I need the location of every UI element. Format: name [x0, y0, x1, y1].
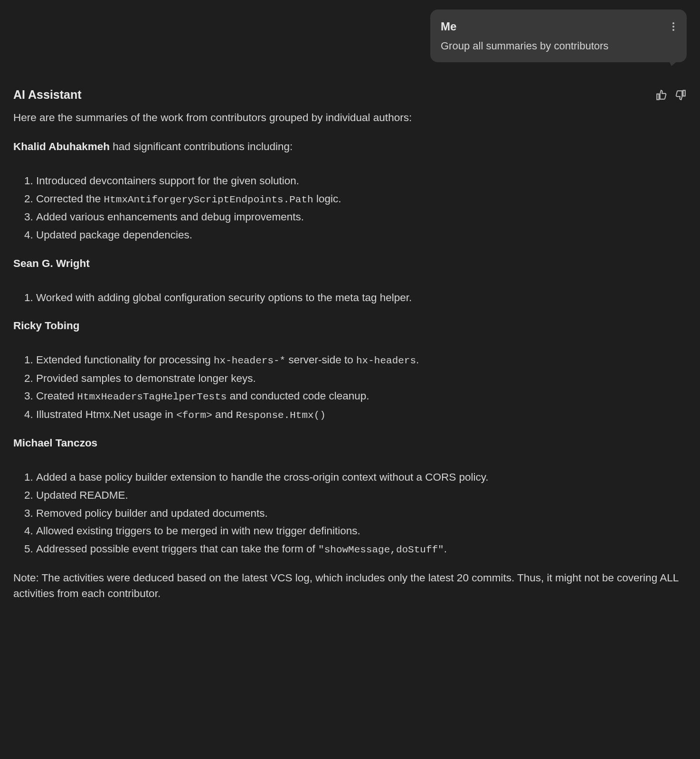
contributor-3-list: Extended functionality for processing hx…	[13, 351, 687, 424]
code-inline: HtmxAntiforgeryScriptEndpoints.Path	[104, 194, 313, 205]
contributor-1-suffix: had significant contributions including:	[110, 141, 293, 152]
thumbs-down-icon[interactable]	[674, 89, 687, 101]
assistant-name-label: AI Assistant	[13, 86, 82, 104]
list-item: Added a base policy builder extension to…	[36, 468, 687, 486]
assistant-message-block: AI Assistant Here are the summaries of t…	[9, 86, 691, 602]
list-item: Provided samples to demonstrate longer k…	[36, 370, 687, 388]
list-item: Added various enhancements and debug imp…	[36, 208, 687, 226]
contributor-1-list: Introduced devcontainers support for the…	[13, 172, 687, 244]
contributor-4-list: Added a base policy builder extension to…	[13, 468, 687, 559]
user-message-bubble: Me Group all summaries by contributors	[430, 9, 687, 62]
thumbs-up-icon[interactable]	[655, 89, 668, 101]
assistant-header: AI Assistant	[13, 86, 687, 104]
list-item: Removed policy builder and updated docum…	[36, 504, 687, 522]
contributor-3-heading: Ricky Tobing	[13, 318, 687, 334]
user-name-label: Me	[441, 18, 456, 35]
feedback-icons	[655, 89, 687, 101]
list-item: Addressed possible event triggers that c…	[36, 540, 687, 559]
contributor-1-name: Khalid Abuhakmeh	[13, 141, 110, 152]
contributor-4-heading: Michael Tanczos	[13, 435, 687, 451]
contributor-2-heading: Sean G. Wright	[13, 256, 687, 272]
code-inline: hx-headers-*	[214, 355, 285, 366]
assistant-intro: Here are the summaries of the work from …	[13, 110, 687, 126]
list-item: Created HtmxHeadersTagHelperTests and co…	[36, 387, 687, 406]
list-item: Updated README.	[36, 486, 687, 504]
code-inline: "showMessage,doStuff"	[318, 544, 444, 555]
list-item: Updated package dependencies.	[36, 226, 687, 244]
more-options-icon[interactable]	[671, 20, 676, 33]
contributor-1-heading: Khalid Abuhakmeh had significant contrib…	[13, 139, 687, 155]
list-item: Extended functionality for processing hx…	[36, 351, 687, 370]
list-item: Introduced devcontainers support for the…	[36, 172, 687, 190]
code-inline: <form>	[176, 410, 212, 421]
contributor-2-list: Worked with adding global configuration …	[13, 289, 687, 307]
user-message-text: Group all summaries by contributors	[441, 38, 676, 54]
code-inline: Response.Htmx()	[236, 410, 326, 421]
code-inline: hx-headers	[356, 355, 416, 366]
code-inline: HtmxHeadersTagHelperTests	[77, 391, 227, 402]
list-item: Worked with adding global configuration …	[36, 289, 687, 307]
list-item: Allowed existing triggers to be merged i…	[36, 522, 687, 540]
list-item: Corrected the HtmxAntiforgeryScriptEndpo…	[36, 190, 687, 209]
user-header: Me	[441, 18, 676, 35]
assistant-note: Note: The activities were deduced based …	[13, 570, 687, 602]
list-item: Illustrated Htmx.Net usage in <form> and…	[36, 406, 687, 424]
